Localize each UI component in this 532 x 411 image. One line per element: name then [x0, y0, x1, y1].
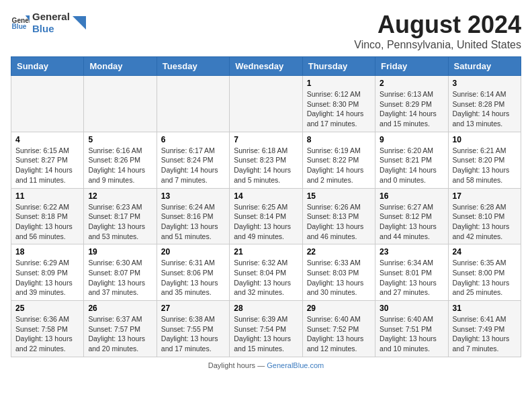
day-number: 17 — [453, 191, 517, 201]
day-info: Sunrise: 6:40 AMSunset: 7:52 PMDaylight:… — [307, 314, 371, 354]
day-cell: 15Sunrise: 6:26 AMSunset: 8:13 PMDayligh… — [302, 188, 375, 244]
day-info: Sunrise: 6:18 AMSunset: 8:23 PMDaylight:… — [234, 146, 298, 185]
day-info: Sunrise: 6:20 AMSunset: 8:21 PMDaylight:… — [380, 146, 443, 185]
col-header-sunday: Sunday — [11, 57, 84, 76]
day-cell: 6Sunrise: 6:17 AMSunset: 8:24 PMDaylight… — [157, 132, 229, 188]
day-cell: 3Sunrise: 6:14 AMSunset: 8:28 PMDaylight… — [448, 76, 521, 132]
day-info: Sunrise: 6:37 AMSunset: 7:57 PMDaylight:… — [88, 314, 152, 354]
day-number: 10 — [453, 135, 517, 144]
day-number: 8 — [307, 135, 371, 144]
day-info: Sunrise: 6:33 AMSunset: 8:03 PMDaylight:… — [307, 258, 371, 298]
col-header-saturday: Saturday — [448, 57, 521, 76]
day-number: 28 — [234, 304, 298, 313]
day-cell: 24Sunrise: 6:35 AMSunset: 8:00 PMDayligh… — [448, 244, 521, 301]
day-info: Sunrise: 6:30 AMSunset: 8:07 PMDaylight:… — [88, 258, 152, 298]
title-area: August 2024 Vinco, Pennsylvania, United … — [354, 11, 521, 51]
day-number: 20 — [161, 247, 225, 257]
day-number: 2 — [380, 79, 443, 88]
day-info: Sunrise: 6:13 AMSunset: 8:29 PMDaylight:… — [380, 89, 443, 129]
day-number: 1 — [307, 79, 371, 88]
col-header-friday: Friday — [375, 57, 448, 76]
subtitle: Vinco, Pennsylvania, United States — [354, 39, 521, 51]
day-info: Sunrise: 6:29 AMSunset: 8:09 PMDaylight:… — [15, 258, 79, 298]
day-number: 29 — [307, 304, 371, 313]
footer: Daylight hours — GeneralBlue.com — [11, 361, 521, 369]
day-cell: 5Sunrise: 6:16 AMSunset: 8:26 PMDaylight… — [84, 132, 157, 188]
day-number: 14 — [234, 191, 298, 201]
footer-link[interactable]: GeneralBlue.com — [267, 361, 324, 369]
day-number: 12 — [88, 191, 152, 201]
day-cell: 17Sunrise: 6:28 AMSunset: 8:10 PMDayligh… — [448, 188, 521, 244]
day-cell: 21Sunrise: 6:32 AMSunset: 8:04 PMDayligh… — [230, 244, 302, 301]
day-info: Sunrise: 6:34 AMSunset: 8:01 PMDaylight:… — [380, 258, 443, 298]
calendar-table: SundayMondayTuesdayWednesdayThursdayFrid… — [11, 56, 521, 357]
day-cell: 14Sunrise: 6:25 AMSunset: 8:14 PMDayligh… — [230, 188, 302, 244]
day-info: Sunrise: 6:38 AMSunset: 7:55 PMDaylight:… — [161, 314, 225, 354]
day-cell: 23Sunrise: 6:34 AMSunset: 8:01 PMDayligh… — [375, 244, 448, 301]
calendar-body: 1Sunrise: 6:12 AMSunset: 8:30 PMDaylight… — [11, 76, 521, 357]
day-cell: 7Sunrise: 6:18 AMSunset: 8:23 PMDaylight… — [230, 132, 302, 188]
day-cell: 16Sunrise: 6:27 AMSunset: 8:12 PMDayligh… — [375, 188, 448, 244]
day-info: Sunrise: 6:26 AMSunset: 8:13 PMDaylight:… — [307, 202, 371, 242]
day-info: Sunrise: 6:14 AMSunset: 8:28 PMDaylight:… — [453, 89, 517, 129]
day-cell: 29Sunrise: 6:40 AMSunset: 7:52 PMDayligh… — [302, 301, 375, 357]
col-header-wednesday: Wednesday — [230, 57, 302, 76]
day-cell: 30Sunrise: 6:40 AMSunset: 7:51 PMDayligh… — [375, 301, 448, 357]
day-info: Sunrise: 6:12 AMSunset: 8:30 PMDaylight:… — [307, 89, 371, 129]
day-info: Sunrise: 6:24 AMSunset: 8:16 PMDaylight:… — [161, 202, 225, 242]
week-row-2: 4Sunrise: 6:15 AMSunset: 8:27 PMDaylight… — [11, 132, 521, 188]
week-row-5: 25Sunrise: 6:36 AMSunset: 7:58 PMDayligh… — [11, 301, 521, 357]
day-number: 26 — [88, 304, 152, 313]
day-number: 11 — [15, 191, 79, 201]
day-number: 6 — [161, 135, 225, 144]
day-number: 24 — [453, 247, 517, 257]
day-number: 21 — [234, 247, 298, 257]
day-info: Sunrise: 6:22 AMSunset: 8:18 PMDaylight:… — [15, 202, 79, 242]
day-info: Sunrise: 6:32 AMSunset: 8:04 PMDaylight:… — [234, 258, 298, 298]
logo-icon: General Blue — [11, 13, 30, 32]
day-number: 27 — [161, 304, 225, 313]
day-cell — [84, 76, 157, 132]
col-header-thursday: Thursday — [302, 57, 375, 76]
day-number: 13 — [161, 191, 225, 201]
day-cell — [157, 76, 229, 132]
day-cell: 1Sunrise: 6:12 AMSunset: 8:30 PMDaylight… — [302, 76, 375, 132]
main-title: August 2024 — [354, 11, 521, 39]
day-cell: 28Sunrise: 6:39 AMSunset: 7:54 PMDayligh… — [230, 301, 302, 357]
day-info: Sunrise: 6:23 AMSunset: 8:17 PMDaylight:… — [88, 202, 152, 242]
day-info: Sunrise: 6:21 AMSunset: 8:20 PMDaylight:… — [453, 146, 517, 185]
day-info: Sunrise: 6:36 AMSunset: 7:58 PMDaylight:… — [15, 314, 79, 354]
logo-arrow-icon — [73, 16, 86, 30]
day-info: Sunrise: 6:27 AMSunset: 8:12 PMDaylight:… — [380, 202, 443, 242]
day-number: 22 — [307, 247, 371, 257]
day-info: Sunrise: 6:39 AMSunset: 7:54 PMDaylight:… — [234, 314, 298, 354]
day-number: 25 — [15, 304, 79, 313]
col-header-monday: Monday — [84, 57, 157, 76]
day-cell: 27Sunrise: 6:38 AMSunset: 7:55 PMDayligh… — [157, 301, 229, 357]
day-info: Sunrise: 6:31 AMSunset: 8:06 PMDaylight:… — [161, 258, 225, 298]
svg-text:Blue: Blue — [12, 23, 27, 30]
day-cell: 19Sunrise: 6:30 AMSunset: 8:07 PMDayligh… — [84, 244, 157, 301]
calendar-header: SundayMondayTuesdayWednesdayThursdayFrid… — [11, 57, 521, 76]
day-number: 31 — [453, 304, 517, 313]
day-cell: 22Sunrise: 6:33 AMSunset: 8:03 PMDayligh… — [302, 244, 375, 301]
day-info: Sunrise: 6:16 AMSunset: 8:26 PMDaylight:… — [88, 146, 152, 185]
header: General Blue General Blue August 2024 Vi… — [11, 11, 521, 51]
day-cell — [230, 76, 302, 132]
day-cell: 18Sunrise: 6:29 AMSunset: 8:09 PMDayligh… — [11, 244, 84, 301]
day-cell: 9Sunrise: 6:20 AMSunset: 8:21 PMDaylight… — [375, 132, 448, 188]
day-info: Sunrise: 6:19 AMSunset: 8:22 PMDaylight:… — [307, 146, 371, 185]
day-number: 16 — [380, 191, 443, 201]
day-number: 15 — [307, 191, 371, 201]
day-cell: 12Sunrise: 6:23 AMSunset: 8:17 PMDayligh… — [84, 188, 157, 244]
day-cell: 25Sunrise: 6:36 AMSunset: 7:58 PMDayligh… — [11, 301, 84, 357]
day-cell: 13Sunrise: 6:24 AMSunset: 8:16 PMDayligh… — [157, 188, 229, 244]
logo: General Blue General Blue — [11, 11, 86, 35]
day-cell: 2Sunrise: 6:13 AMSunset: 8:29 PMDaylight… — [375, 76, 448, 132]
day-cell: 11Sunrise: 6:22 AMSunset: 8:18 PMDayligh… — [11, 188, 84, 244]
day-number: 7 — [234, 135, 298, 144]
logo-general: General — [32, 11, 70, 23]
col-header-tuesday: Tuesday — [157, 57, 229, 76]
day-number: 23 — [380, 247, 443, 257]
day-number: 3 — [453, 79, 517, 88]
